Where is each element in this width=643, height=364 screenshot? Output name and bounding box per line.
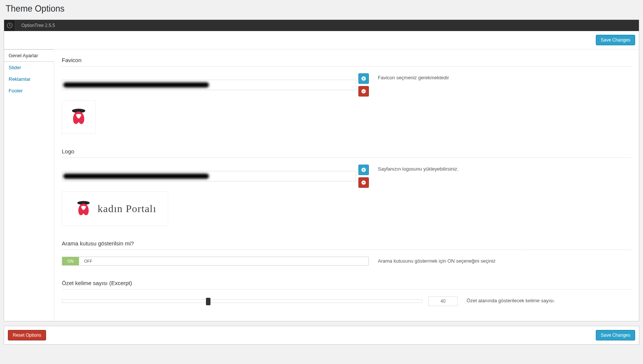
panel-brand: OptionTree 2.5.5 xyxy=(15,23,55,28)
logo-icon xyxy=(74,199,93,218)
logo-preview: kadın Portalı xyxy=(62,192,168,226)
sidebar-item-slider[interactable]: Slider xyxy=(4,62,54,73)
options-panel: OptionTree 2.5.5 Save Changes Genel Ayar… xyxy=(4,19,639,321)
searchbox-section: Arama kutusu gösterilsin mi? ON OFF Aram… xyxy=(62,240,631,266)
reset-button[interactable]: Reset Options xyxy=(8,330,46,340)
minus-icon xyxy=(361,89,366,94)
logo-brand-text: kadın Portalı xyxy=(98,203,157,215)
plus-icon xyxy=(361,76,366,81)
excerpt-slider-handle[interactable] xyxy=(206,298,210,305)
excerpt-section: Özet kelime sayısı (Excerpt) Özet alanın… xyxy=(62,280,631,306)
logo-title: Logo xyxy=(62,148,631,155)
favicon-remove-button[interactable] xyxy=(358,86,369,97)
logo-add-button[interactable] xyxy=(358,165,369,175)
panel-header: OptionTree 2.5.5 xyxy=(4,20,639,31)
searchbox-toggle[interactable]: ON OFF xyxy=(62,257,369,266)
favicon-url-input[interactable] xyxy=(62,80,356,90)
excerpt-title: Özet kelime sayısı (Excerpt) xyxy=(62,280,631,286)
searchbox-title: Arama kutusu gösterilsin mi? xyxy=(62,240,631,247)
toggle-off[interactable]: OFF xyxy=(79,257,98,265)
sidebar-item-reklamlar[interactable]: Reklamlar xyxy=(4,73,54,85)
favicon-title: Favicon xyxy=(62,57,631,63)
panel-body: Genel Ayarlar Slider Reklamlar Footer Fa… xyxy=(4,49,639,321)
save-button-bottom[interactable]: Save Changes xyxy=(596,330,635,340)
logo-url-input[interactable] xyxy=(62,171,356,181)
footer-action-bar: Reset Options Save Changes xyxy=(4,326,639,345)
favicon-section: Favicon xyxy=(62,57,631,134)
sidebar-nav: Genel Ayarlar Slider Reklamlar Footer xyxy=(4,49,54,321)
excerpt-slider-track[interactable] xyxy=(62,299,422,303)
excerpt-description: Özet alanında gösterilecek kelime sayısı… xyxy=(467,296,631,303)
plus-icon xyxy=(361,167,366,172)
content-area: Favicon xyxy=(54,49,639,321)
toggle-on[interactable]: ON xyxy=(62,257,79,266)
logo-section: Logo xyxy=(62,148,631,226)
favicon-preview xyxy=(62,100,95,134)
logo-remove-button[interactable] xyxy=(358,177,369,188)
searchbox-description: Arama kutusunu göstermek için ON seçeneğ… xyxy=(378,257,543,264)
excerpt-value-input[interactable] xyxy=(428,296,458,306)
top-action-bar: Save Changes xyxy=(4,31,639,49)
sidebar-item-footer[interactable]: Footer xyxy=(4,85,54,97)
minus-icon xyxy=(361,180,366,185)
favicon-description: Favicon seçmeniz gerekmektedir xyxy=(378,73,543,80)
sidebar-item-genel-ayarlar[interactable]: Genel Ayarlar xyxy=(4,49,54,62)
optiontree-icon xyxy=(4,20,15,31)
favicon-logo-icon xyxy=(68,107,89,128)
save-button-top[interactable]: Save Changes xyxy=(596,35,635,45)
page-title: Theme Options xyxy=(0,0,643,19)
logo-description: Sayfanızın logosunu yükleyebilirsiniz. xyxy=(378,165,543,172)
favicon-add-button[interactable] xyxy=(358,73,369,84)
